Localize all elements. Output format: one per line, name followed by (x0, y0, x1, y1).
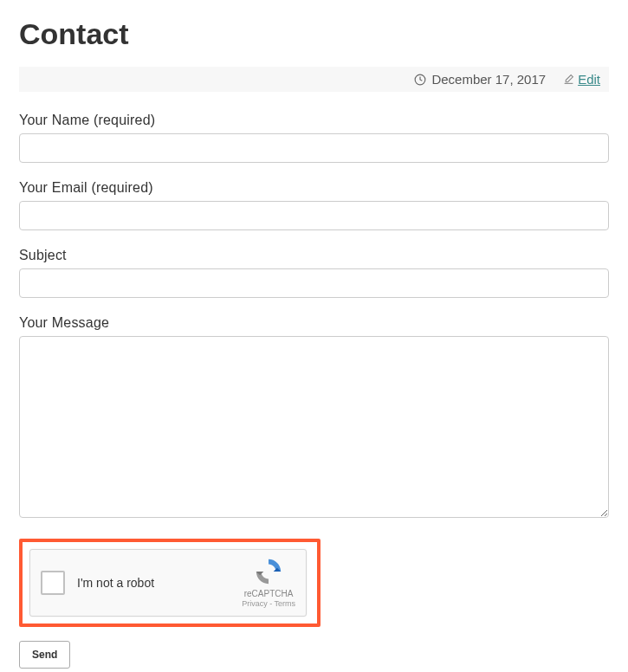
post-date: December 17, 2017 (431, 72, 546, 87)
recaptcha-terms-link[interactable]: Terms (275, 599, 296, 608)
recaptcha-links: Privacy - Terms (242, 599, 295, 610)
edit-icon (563, 74, 574, 85)
email-input[interactable] (19, 201, 609, 230)
recaptcha-label: I'm not a robot (77, 576, 242, 590)
message-textarea[interactable] (19, 336, 609, 518)
recaptcha-icon (254, 557, 283, 586)
meta-bar: December 17, 2017 Edit (19, 67, 609, 92)
subject-input[interactable] (19, 268, 609, 298)
page-title: Contact (19, 17, 609, 51)
clock-icon (414, 74, 426, 86)
recaptcha-brand: reCAPTCHA (242, 588, 295, 599)
name-input[interactable] (19, 133, 609, 163)
email-field-group: Your Email (required) (19, 180, 609, 230)
captcha-highlight-box: I'm not a robot reCAPTCHA Privacy - Term… (19, 539, 320, 627)
send-button[interactable]: Send (19, 641, 70, 669)
email-label: Your Email (required) (19, 180, 609, 196)
recaptcha-logo-area: reCAPTCHA Privacy - Terms (242, 557, 295, 610)
subject-field-group: Subject (19, 248, 609, 298)
name-field-group: Your Name (required) (19, 113, 609, 163)
name-label: Your Name (required) (19, 113, 609, 128)
recaptcha-privacy-link[interactable]: Privacy (242, 599, 268, 608)
message-field-group: Your Message (19, 315, 609, 521)
subject-label: Subject (19, 248, 609, 263)
recaptcha-widget[interactable]: I'm not a robot reCAPTCHA Privacy - Term… (29, 549, 307, 617)
edit-link[interactable]: Edit (578, 72, 600, 87)
message-label: Your Message (19, 315, 609, 331)
recaptcha-checkbox[interactable] (41, 571, 65, 595)
